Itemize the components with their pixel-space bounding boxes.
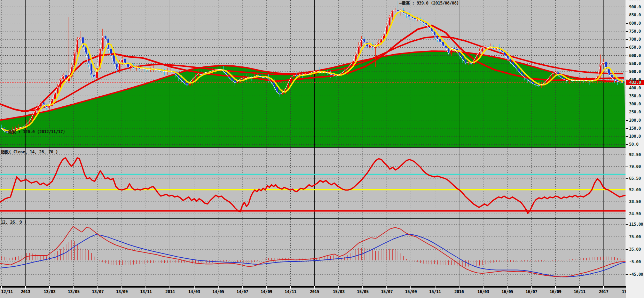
date-tick <box>555 286 556 289</box>
rsi-axis-label-tick <box>626 178 628 179</box>
date-label: 13/03 <box>44 289 56 294</box>
date-tick <box>531 286 532 289</box>
annotation-lowest-price: ←最安 : 120.0 (2012/11/17) <box>6 129 65 135</box>
date-label: 2015 <box>310 289 319 294</box>
date-label: 16/05 <box>501 289 513 294</box>
rsi-axis-label-tick <box>626 202 628 202</box>
price-axis-label: 150.0 <box>629 126 641 131</box>
price-axis-label-tick <box>626 88 628 88</box>
macd-histogram <box>1 240 623 267</box>
macd-axis-label: 35.00 <box>629 247 641 252</box>
date-tick <box>170 286 170 289</box>
date-label: 14/09 <box>260 289 272 294</box>
date-label: 14/07 <box>236 289 248 294</box>
price-axis-label: 700.0 <box>629 37 641 42</box>
price-axis-label-tick <box>626 15 628 15</box>
macd-axis-label: 115.00 <box>629 222 643 227</box>
price-axis-label: 600.0 <box>629 53 641 58</box>
price-axis-label: 100.0 <box>629 134 641 139</box>
price-axis-label: 250.0 <box>629 110 641 114</box>
rsi-axis-label: 92.50 <box>629 152 641 157</box>
date-label: 15/09 <box>405 289 417 294</box>
date-tick <box>459 286 460 289</box>
date-label: 15/05 <box>357 289 369 294</box>
date-tick <box>410 286 411 289</box>
rsi-axis-label-tick <box>626 190 628 190</box>
price-axis-label: 750.0 <box>629 29 641 34</box>
date-label: 14/05 <box>212 289 224 294</box>
date-tick <box>362 286 363 289</box>
date-tick <box>97 286 98 289</box>
price-axis-label-tick <box>626 80 628 80</box>
rsi-axis-label-tick <box>626 214 628 214</box>
date-label: 15/11 <box>429 289 441 294</box>
macd-axis-label: -45.00 <box>629 272 643 277</box>
date-tick <box>194 286 195 289</box>
price-axis-label: 50.0 <box>629 142 638 147</box>
date-label: 14/11 <box>285 289 297 294</box>
macd-dea-line <box>0 234 626 277</box>
date-label: 13/11 <box>140 289 152 294</box>
rsi-line <box>0 158 626 214</box>
date-label: 14/03 <box>188 289 200 294</box>
date-tick <box>1 286 2 289</box>
stock-chart-window: ←最高 : 939.0 (2015/08/08) ←最安 : 120.0 (20… <box>0 0 644 298</box>
time-axis-separator <box>0 286 626 288</box>
price-axis-label: 950.0 <box>629 0 641 1</box>
price-axis-label-tick <box>626 120 628 121</box>
price-axis-label-tick <box>626 47 628 48</box>
date-tick <box>218 286 219 289</box>
price-axis-label: 450.0 <box>629 77 641 82</box>
macd-axis-label-tick <box>626 224 628 225</box>
annotation-highest-price: ←最高 : 939.0 (2015/08/08) <box>399 0 459 6</box>
price-axis-label-tick <box>626 72 628 72</box>
price-axis-label: 650.0 <box>629 45 641 50</box>
date-label: 15/03 <box>333 289 345 294</box>
macd-axis-label-tick <box>626 249 628 250</box>
date-tick <box>25 286 26 289</box>
macd-axis-label-tick <box>626 274 628 275</box>
price-axis-label-tick <box>626 31 628 32</box>
date-tick <box>290 286 291 289</box>
date-tick <box>314 286 315 289</box>
price-axis-label: 500.0 <box>629 69 641 74</box>
price-axis-label-tick <box>626 7 628 7</box>
price-axis: 433.0 950.0900.0850.0800.0750.0700.0650.… <box>626 0 644 298</box>
date-tick <box>242 286 243 289</box>
date-tick <box>49 286 50 289</box>
price-axis-label: 850.0 <box>629 13 641 17</box>
rsi-axis-label-tick <box>626 155 628 155</box>
date-label: 17/03 <box>622 289 626 294</box>
chart-plot-area[interactable] <box>0 0 644 298</box>
date-tick <box>483 286 484 289</box>
macd-axis-label-tick <box>626 237 628 237</box>
macd-panel-title: 12, 26, 9 ) <box>1 220 26 225</box>
rsi-axis-label-tick <box>626 167 628 167</box>
price-axis-label: 200.0 <box>629 118 641 123</box>
price-axis-label: 900.0 <box>629 5 641 9</box>
date-label: 13/09 <box>116 289 128 294</box>
price-axis-label-tick <box>626 23 628 24</box>
date-tick <box>73 286 74 289</box>
price-axis-label-tick <box>626 104 628 104</box>
date-label: 16/07 <box>526 289 537 294</box>
price-axis-label: 800.0 <box>629 21 641 26</box>
date-tick <box>146 286 146 289</box>
time-axis: 12/11201313/0313/0513/0713/0913/11201414… <box>0 286 626 298</box>
date-label: 2017 <box>599 289 608 294</box>
price-axis-label-tick <box>626 96 628 96</box>
macd-axis-label-tick <box>626 262 628 262</box>
date-label: 16/03 <box>477 289 489 294</box>
date-tick <box>507 286 508 289</box>
date-tick <box>603 286 604 289</box>
date-label: 13/07 <box>92 289 104 294</box>
price-axis-label-tick <box>626 39 628 40</box>
price-axis-label: 400.0 <box>629 86 641 90</box>
date-tick <box>579 286 580 289</box>
price-axis-label-tick <box>626 112 628 112</box>
price-axis-label-tick <box>626 64 628 64</box>
date-tick <box>386 286 387 289</box>
macd-dif-line <box>0 226 626 277</box>
price-axis-label: 300.0 <box>629 102 641 106</box>
date-label: 2016 <box>454 289 464 294</box>
